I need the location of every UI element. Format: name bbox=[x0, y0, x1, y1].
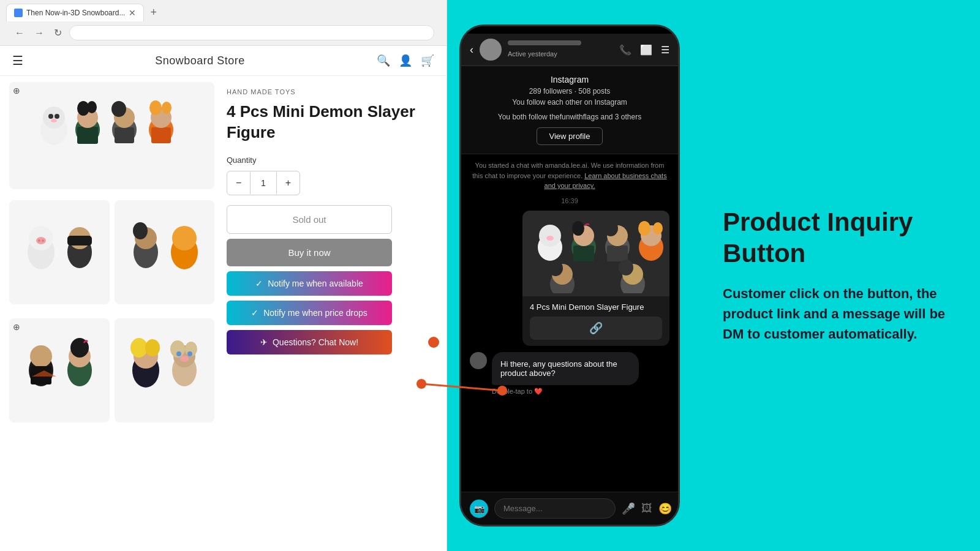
microphone-icon[interactable]: 🎤 bbox=[622, 502, 635, 515]
new-tab-button[interactable]: + bbox=[145, 4, 162, 21]
svg-point-17 bbox=[149, 100, 162, 115]
chat-now-button[interactable]: ✈ Questions? Chat Now! bbox=[227, 330, 392, 354]
menu-icon[interactable]: ☰ bbox=[12, 53, 23, 68]
chat-product-info: 4 Pcs Mini Demon Slayer Figure 🔗 bbox=[522, 296, 669, 346]
phone-mockup: ‹ Active yesterday 📞 ⬜ ☰ Instagram 289 f… bbox=[459, 24, 680, 527]
svg-point-2 bbox=[48, 114, 53, 119]
chat-product-link-button[interactable]: 🔗 bbox=[530, 317, 662, 340]
message-input[interactable] bbox=[494, 498, 616, 519]
chat-header-info: Active yesterday bbox=[508, 40, 613, 59]
svg-rect-61 bbox=[573, 246, 594, 261]
instagram-follow-note: You follow each other on Instagram bbox=[470, 98, 669, 107]
notify-price-icon: ✓ bbox=[251, 308, 258, 318]
browser-tabs: Then Now-in-3D Snowboard... ✕ + bbox=[6, 4, 440, 21]
address-input[interactable] bbox=[69, 25, 434, 40]
message-sender-avatar bbox=[470, 352, 487, 369]
svg-point-4 bbox=[51, 119, 57, 122]
image-icon[interactable]: 🖼 bbox=[641, 502, 652, 515]
svg-point-23 bbox=[36, 237, 46, 244]
svg-point-59 bbox=[546, 236, 554, 241]
product-details: HAND MADE TOYS 4 Pcs Mini Demon Slayer F… bbox=[221, 76, 447, 551]
notify-available-label: Notify me when available bbox=[268, 279, 363, 288]
chat-icon: ✈ bbox=[260, 337, 268, 347]
instagram-mutual: You both follow thefunwithflags and 3 ot… bbox=[470, 113, 669, 121]
svg-rect-15 bbox=[151, 127, 171, 143]
sticker-icon[interactable]: 😊 bbox=[658, 502, 672, 515]
search-icon[interactable]: 🔍 bbox=[377, 54, 390, 67]
gallery-image-main: ⊕ bbox=[9, 82, 214, 189]
view-profile-button[interactable]: View profile bbox=[537, 127, 603, 145]
back-button[interactable]: ← bbox=[12, 26, 27, 40]
svg-point-77 bbox=[619, 260, 633, 276]
notify-available-icon: ✓ bbox=[255, 279, 263, 288]
svg-point-44 bbox=[130, 338, 148, 358]
gallery-svg-5 bbox=[121, 324, 207, 416]
gallery-image-3 bbox=[115, 200, 215, 304]
gallery-svg-4 bbox=[17, 324, 102, 416]
svg-point-37 bbox=[30, 345, 52, 367]
chat-header-icons: 📞 ⬜ ☰ bbox=[619, 44, 669, 56]
svg-rect-11 bbox=[115, 127, 134, 143]
phone-status-bar bbox=[461, 26, 678, 34]
quantity-decrease-button[interactable]: − bbox=[227, 171, 250, 195]
svg-point-1 bbox=[43, 107, 65, 129]
chat-header: ‹ Active yesterday 📞 ⬜ ☰ bbox=[461, 34, 678, 66]
more-options-icon[interactable]: ☰ bbox=[661, 44, 669, 56]
buy-now-button[interactable]: Buy it now bbox=[227, 239, 392, 266]
phone-call-icon[interactable]: 📞 bbox=[619, 44, 631, 56]
forward-button[interactable]: → bbox=[32, 26, 47, 40]
svg-point-71 bbox=[653, 222, 663, 234]
svg-rect-65 bbox=[607, 246, 628, 261]
product-card-wrapper: 4 Pcs Mini Demon Slayer Figure 🔗 bbox=[470, 211, 669, 346]
chat-timestamp: 16:39 bbox=[470, 197, 669, 204]
store-icons: 🔍 👤 🛒 bbox=[377, 54, 434, 67]
svg-point-54 bbox=[180, 356, 189, 362]
notify-available-button[interactable]: ✓ Notify me when available bbox=[227, 271, 392, 296]
chat-label: Questions? Chat Now! bbox=[273, 337, 358, 347]
svg-point-63 bbox=[572, 221, 584, 236]
zoom-icon[interactable]: ⊕ bbox=[13, 86, 20, 96]
notify-price-button[interactable]: ✓ Notify me when price drops bbox=[227, 301, 392, 325]
camera-button[interactable]: 📷 bbox=[470, 500, 488, 518]
video-call-icon[interactable]: ⬜ bbox=[640, 44, 652, 56]
svg-point-67 bbox=[603, 220, 618, 236]
message-bubble-wrapper: Hi there, any questions about the produc… bbox=[492, 352, 639, 395]
tab-close-icon[interactable]: ✕ bbox=[129, 8, 136, 18]
tab-favicon bbox=[14, 9, 23, 17]
chat-dot bbox=[428, 337, 439, 348]
instagram-name: Instagram bbox=[470, 75, 669, 84]
chat-product-name: 4 Pcs Mini Demon Slayer Figure bbox=[530, 302, 662, 312]
gallery-svg-2 bbox=[17, 206, 102, 298]
chat-active-status: Active yesterday bbox=[508, 50, 557, 58]
main-product-svg bbox=[26, 90, 198, 182]
svg-point-33 bbox=[172, 226, 197, 250]
chat-avatar bbox=[480, 39, 502, 61]
svg-point-18 bbox=[162, 102, 172, 114]
svg-point-74 bbox=[548, 260, 563, 276]
refresh-button[interactable]: ↻ bbox=[51, 26, 64, 40]
zoom-icon-2[interactable]: ⊕ bbox=[13, 322, 20, 332]
quantity-control: − 1 + bbox=[227, 171, 300, 195]
product-category: HAND MADE TOYS bbox=[227, 88, 434, 96]
message-reaction: Double-tap to ❤️ bbox=[492, 388, 639, 395]
svg-point-24 bbox=[38, 239, 40, 242]
svg-point-25 bbox=[42, 239, 44, 242]
cart-icon[interactable]: 🛒 bbox=[421, 54, 434, 67]
account-icon[interactable]: 👤 bbox=[399, 54, 412, 67]
chat-product-image bbox=[522, 211, 669, 296]
chat-notice: You started a chat with amanda.lee.ai. W… bbox=[470, 160, 669, 191]
quantity-value: 1 bbox=[250, 172, 276, 194]
chat-button-container: ✈ Questions? Chat Now! bbox=[227, 330, 434, 354]
notify-price-label: Notify me when price drops bbox=[263, 308, 368, 318]
instagram-stats: 289 followers · 508 posts bbox=[470, 87, 669, 96]
gallery-svg-3 bbox=[121, 206, 207, 298]
message-text: Hi there, any questions about the produc… bbox=[500, 359, 630, 378]
instagram-info: Instagram 289 followers · 508 posts You … bbox=[461, 66, 678, 154]
quantity-increase-button[interactable]: + bbox=[277, 171, 300, 195]
svg-point-31 bbox=[133, 222, 148, 239]
svg-point-53 bbox=[187, 351, 192, 356]
chat-back-button[interactable]: ‹ bbox=[470, 43, 473, 56]
svg-point-13 bbox=[111, 101, 126, 117]
chat-input-icons: 🎤 🖼 😊 bbox=[622, 502, 672, 515]
browser-tab-active[interactable]: Then Now-in-3D Snowboard... ✕ bbox=[6, 4, 144, 21]
